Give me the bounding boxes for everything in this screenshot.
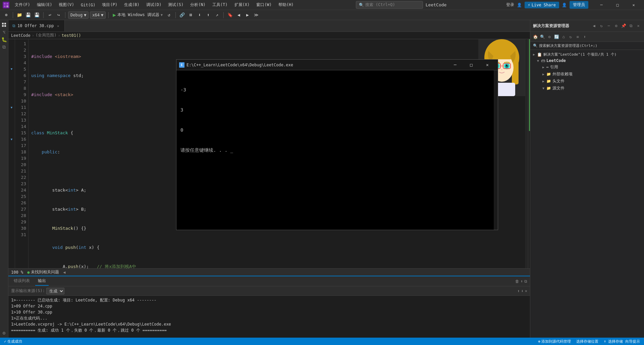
login-button[interactable]: 登录 xyxy=(506,2,514,8)
exe-scrollbar[interactable] xyxy=(494,70,498,230)
toolbar-save[interactable]: 💾 xyxy=(33,11,41,19)
se-extdeps-node[interactable]: ▶ 📁 外部依赖项 xyxy=(530,71,644,78)
se-solution-label: 解决方案"LeetCode"(1 个项目/共 1 个) xyxy=(543,52,616,57)
scroll-left-btn[interactable]: ◀ xyxy=(63,270,65,275)
activity-git[interactable]: ⌥ xyxy=(1,29,7,36)
menu-help[interactable]: 帮助(H) xyxy=(276,1,297,8)
toolbar-open[interactable]: 📁 xyxy=(16,11,23,19)
editor-tab-active[interactable]: ⧉ 10 Offer 30.cpp ✕ xyxy=(8,20,65,31)
se-ref-node[interactable]: ▶ ↔ 引用 xyxy=(530,64,644,71)
activity-debug[interactable]: 🐛 xyxy=(1,36,7,43)
output-source-select[interactable]: 生成 xyxy=(46,288,64,294)
output-line-3: 1>10 Offer 30.cpp xyxy=(11,309,527,315)
toolbar-more[interactable]: ≫ xyxy=(253,11,260,19)
toolbar-next[interactable]: ▶ xyxy=(244,11,251,19)
exe-close-button[interactable]: ✕ xyxy=(480,60,495,70)
tab-error-list[interactable]: 错误列表 xyxy=(11,277,33,286)
se-toolbar-icon-3[interactable]: ⚙ xyxy=(546,34,552,40)
menu-tools[interactable]: 工具(T) xyxy=(210,1,230,8)
panel-lock-icon[interactable]: ⬇ xyxy=(521,279,523,284)
tab-output[interactable]: 输出 xyxy=(35,277,49,286)
panel-icon-3[interactable]: × xyxy=(525,289,527,293)
menu-file[interactable]: 文件(F) xyxy=(12,1,33,8)
breadcrumb-scope[interactable]: (全局范围) xyxy=(36,32,56,38)
se-toolbar-icon-4[interactable]: 🔄 xyxy=(553,34,559,40)
minimize-button[interactable]: ─ xyxy=(594,0,609,10)
exe-maximize-button[interactable]: □ xyxy=(464,60,479,70)
toolbar-prev[interactable]: ◀ xyxy=(235,11,243,19)
search-box[interactable]: 🔍 搜索 (Ctrl+Q) xyxy=(356,1,423,9)
exe-minimize-button[interactable]: ─ xyxy=(447,60,463,70)
toolbar-save-all[interactable]: 💾 xyxy=(24,11,32,19)
activity-explorer[interactable] xyxy=(1,21,7,28)
se-sources-node[interactable]: ▼ 📁 源文件 xyxy=(530,85,644,92)
toolbar-redo[interactable]: ↪ xyxy=(55,11,62,19)
menu-analyze[interactable]: 分析(N) xyxy=(187,1,208,8)
toolbar-step-out[interactable]: ⬆ xyxy=(205,11,212,19)
status-issues[interactable]: ● 未找到相关问题 xyxy=(27,269,59,275)
toolbar-restart[interactable]: ↺ xyxy=(165,11,173,19)
panel-split-icon[interactable]: ⧉ xyxy=(524,279,527,284)
live-share-button[interactable]: ⚡ Live Share xyxy=(525,2,559,8)
se-toolbar-icon-5[interactable]: ⌂ xyxy=(560,34,567,40)
activity-settings[interactable]: ⚙ xyxy=(1,330,7,336)
menu-edit[interactable]: 编辑(E) xyxy=(34,1,55,8)
maximize-button[interactable]: □ xyxy=(610,0,625,10)
fold-icon-5[interactable]: ▼ xyxy=(11,66,12,72)
se-toolbar-icon-1[interactable]: 🏠 xyxy=(532,34,538,40)
line-num: 29 xyxy=(18,219,26,225)
menu-debug[interactable]: 调试(D) xyxy=(144,1,164,8)
status-cs[interactable]: ⬆ 选择存储 向导提示 xyxy=(602,338,641,345)
se-toolbar-icon-8[interactable]: ⬆ xyxy=(582,34,588,40)
breadcrumb-file[interactable]: LeetCode xyxy=(11,33,31,38)
toolbar-undo[interactable]: ↩ xyxy=(46,11,54,19)
status-stack[interactable]: 选择存储位置 xyxy=(575,338,600,345)
tab-close-button[interactable]: ✕ xyxy=(56,23,60,28)
se-toolbar-icon-2[interactable]: 🔍 xyxy=(539,34,545,40)
se-collapse-icon[interactable]: ◀ xyxy=(591,23,597,29)
menu-test[interactable]: 测试(S) xyxy=(165,1,186,8)
se-settings-icon[interactable]: ⚙ xyxy=(613,23,619,29)
status-add-source[interactable]: ⊕ 添加到源代码管理 xyxy=(537,338,573,345)
debug-config-dropdown[interactable]: Debug ▼ xyxy=(68,11,89,19)
se-solution-node[interactable]: ▶ 📋 解决方案"LeetCode"(1 个项目/共 1 个) xyxy=(530,51,644,58)
breadcrumb-func[interactable]: test01() xyxy=(62,33,81,38)
se-lock-icon[interactable]: 📌 xyxy=(621,23,627,29)
se-search-placeholder[interactable]: 搜索解决方案资源管理器(Ctrl+;) xyxy=(539,43,597,48)
panel-icon-1[interactable]: ⬆ xyxy=(517,289,520,293)
se-project-node[interactable]: ▼ 🗃 LeetCode xyxy=(530,58,644,64)
toolbar-breakpoint[interactable]: ⊠ xyxy=(187,11,195,19)
se-more-icon[interactable]: ⋯ xyxy=(606,23,612,29)
close-button[interactable]: ✕ xyxy=(626,0,641,10)
se-toolbar-icon-7[interactable]: ≡ xyxy=(575,34,581,40)
panel-icon-2[interactable]: ⬇ xyxy=(521,289,524,293)
menu-window[interactable]: 窗口(W) xyxy=(254,1,274,8)
editor-zoom[interactable]: 100 % xyxy=(11,270,23,275)
admin-button[interactable]: 管理员 xyxy=(570,1,588,9)
toolbar-new[interactable]: ⊕ xyxy=(3,11,10,19)
menu-build[interactable]: 生成(B) xyxy=(121,1,142,8)
editor-scrollbar[interactable] xyxy=(525,39,530,268)
panel-clear-icon[interactable]: 🗑 xyxy=(515,279,519,284)
toolbar-attach[interactable]: 🔗 xyxy=(178,11,186,19)
menu-project[interactable]: 项目(P) xyxy=(99,1,120,8)
run-button[interactable]: ▶ 本地 Windows 调试器 ▼ xyxy=(111,11,164,19)
toolbar-step-over[interactable]: ↗ xyxy=(213,11,221,19)
se-refresh-icon[interactable]: ↻ xyxy=(598,23,604,29)
fold-icon-11[interactable]: ▼ xyxy=(11,106,12,109)
menu-view[interactable]: 视图(V) xyxy=(56,1,77,8)
se-headers-node[interactable]: ▶ 📁 头文件 xyxy=(530,78,644,85)
activity-extensions[interactable]: ⧉ xyxy=(1,44,7,50)
status-build[interactable]: ✓ 生成成功 xyxy=(3,338,23,345)
arch-dropdown[interactable]: x64 ▼ xyxy=(90,11,106,19)
toolbar-sep-4 xyxy=(108,12,109,18)
menu-git[interactable]: Git(G) xyxy=(78,2,98,8)
title-bar: 文件(F) 编辑(E) 视图(V) Git(G) 项目(P) 生成(B) 调试(… xyxy=(0,0,644,10)
toolbar-bookmark[interactable]: 🔖 xyxy=(226,11,234,19)
menu-extensions[interactable]: 扩展(X) xyxy=(232,1,253,8)
se-toolbar-icon-6[interactable]: ↻ xyxy=(568,34,574,40)
se-close-icon[interactable]: ✕ xyxy=(635,23,641,29)
toolbar-step-in[interactable]: ⬇ xyxy=(196,11,203,19)
se-expand-icon[interactable]: ⧉ xyxy=(628,23,634,29)
fold-icon-16[interactable]: ▼ xyxy=(11,138,12,141)
